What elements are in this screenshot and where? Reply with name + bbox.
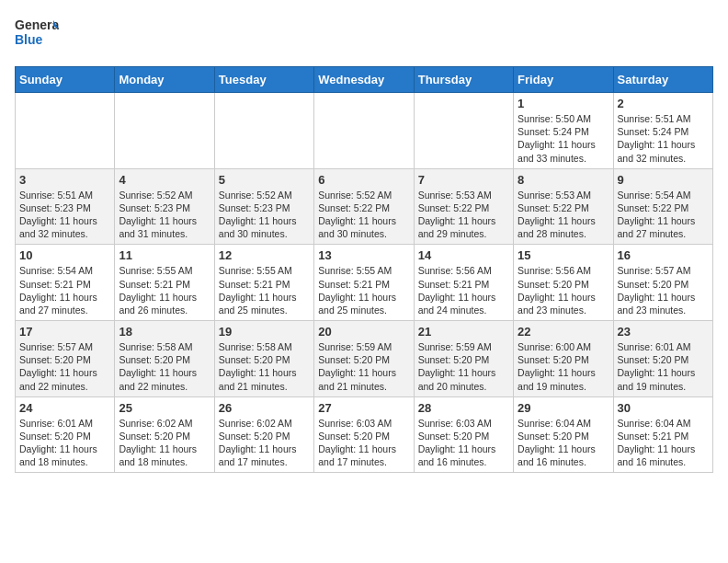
day-info: Sunrise: 6:00 AMSunset: 5:20 PMDaylight:… xyxy=(518,340,609,393)
day-info: Sunrise: 5:55 AMSunset: 5:21 PMDaylight:… xyxy=(119,264,210,316)
day-info: Sunrise: 6:04 AMSunset: 5:21 PMDaylight:… xyxy=(618,417,709,469)
calendar-cell xyxy=(314,93,414,169)
calendar-cell: 9Sunrise: 5:54 AMSunset: 5:22 PMDaylight… xyxy=(613,168,712,245)
calendar-cell xyxy=(414,93,513,169)
day-number: 16 xyxy=(618,248,709,262)
day-info: Sunrise: 5:52 AMSunset: 5:23 PMDaylight:… xyxy=(219,189,310,241)
calendar-cell: 19Sunrise: 5:58 AMSunset: 5:20 PMDayligh… xyxy=(214,321,313,397)
day-info: Sunrise: 6:03 AMSunset: 5:20 PMDaylight:… xyxy=(318,417,409,469)
calendar-cell: 5Sunrise: 5:52 AMSunset: 5:23 PMDaylight… xyxy=(214,168,313,245)
day-info: Sunrise: 5:54 AMSunset: 5:22 PMDaylight:… xyxy=(618,189,709,241)
day-number: 17 xyxy=(19,325,110,339)
calendar-cell: 7Sunrise: 5:53 AMSunset: 5:22 PMDaylight… xyxy=(414,168,513,245)
calendar-cell: 6Sunrise: 5:52 AMSunset: 5:22 PMDaylight… xyxy=(314,168,414,245)
day-number: 12 xyxy=(219,248,310,262)
day-info: Sunrise: 5:54 AMSunset: 5:21 PMDaylight:… xyxy=(19,264,110,316)
weekday-header-sunday: Sunday xyxy=(16,67,115,93)
calendar-cell: 29Sunrise: 6:04 AMSunset: 5:20 PMDayligh… xyxy=(514,396,613,473)
page-header: General Blue xyxy=(15,15,713,55)
day-info: Sunrise: 5:52 AMSunset: 5:22 PMDaylight:… xyxy=(318,189,409,241)
day-number: 19 xyxy=(219,325,310,339)
day-number: 27 xyxy=(318,401,409,415)
day-info: Sunrise: 5:51 AMSunset: 5:24 PMDaylight:… xyxy=(618,112,709,165)
day-info: Sunrise: 5:51 AMSunset: 5:23 PMDaylight:… xyxy=(19,189,110,241)
day-info: Sunrise: 5:59 AMSunset: 5:20 PMDaylight:… xyxy=(318,340,409,393)
day-number: 22 xyxy=(518,325,609,339)
day-number: 18 xyxy=(119,325,210,339)
calendar-cell: 28Sunrise: 6:03 AMSunset: 5:20 PMDayligh… xyxy=(414,396,513,473)
day-info: Sunrise: 5:56 AMSunset: 5:20 PMDaylight:… xyxy=(518,264,609,316)
day-number: 14 xyxy=(418,248,509,262)
calendar-cell xyxy=(214,93,313,169)
day-info: Sunrise: 5:58 AMSunset: 5:20 PMDaylight:… xyxy=(219,340,310,393)
day-number: 28 xyxy=(418,401,509,415)
logo-svg: General Blue xyxy=(15,15,59,55)
day-info: Sunrise: 6:01 AMSunset: 5:20 PMDaylight:… xyxy=(19,417,110,469)
calendar-cell: 24Sunrise: 6:01 AMSunset: 5:20 PMDayligh… xyxy=(16,396,115,473)
day-info: Sunrise: 5:59 AMSunset: 5:20 PMDaylight:… xyxy=(418,340,509,393)
day-number: 20 xyxy=(318,325,409,339)
calendar-cell: 22Sunrise: 6:00 AMSunset: 5:20 PMDayligh… xyxy=(514,321,613,397)
day-number: 6 xyxy=(318,173,409,187)
day-number: 7 xyxy=(418,173,509,187)
calendar-cell: 10Sunrise: 5:54 AMSunset: 5:21 PMDayligh… xyxy=(16,245,115,321)
calendar-cell: 1Sunrise: 5:50 AMSunset: 5:24 PMDaylight… xyxy=(514,93,613,169)
day-number: 13 xyxy=(318,248,409,262)
calendar-cell: 26Sunrise: 6:02 AMSunset: 5:20 PMDayligh… xyxy=(214,396,313,473)
day-number: 4 xyxy=(119,173,210,187)
day-number: 23 xyxy=(618,325,709,339)
calendar-cell: 23Sunrise: 6:01 AMSunset: 5:20 PMDayligh… xyxy=(613,321,712,397)
calendar-cell: 25Sunrise: 6:02 AMSunset: 5:20 PMDayligh… xyxy=(115,396,214,473)
day-number: 29 xyxy=(518,401,609,415)
calendar-cell: 30Sunrise: 6:04 AMSunset: 5:21 PMDayligh… xyxy=(613,396,712,473)
calendar-cell: 8Sunrise: 5:53 AMSunset: 5:22 PMDaylight… xyxy=(514,168,613,245)
day-number: 3 xyxy=(19,173,110,187)
day-info: Sunrise: 5:50 AMSunset: 5:24 PMDaylight:… xyxy=(518,112,609,165)
day-number: 24 xyxy=(19,401,110,415)
day-info: Sunrise: 6:02 AMSunset: 5:20 PMDaylight:… xyxy=(219,417,310,469)
day-number: 8 xyxy=(518,173,609,187)
calendar-cell: 15Sunrise: 5:56 AMSunset: 5:20 PMDayligh… xyxy=(514,245,613,321)
calendar-cell: 11Sunrise: 5:55 AMSunset: 5:21 PMDayligh… xyxy=(115,245,214,321)
svg-text:Blue: Blue xyxy=(15,32,43,47)
day-number: 21 xyxy=(418,325,509,339)
calendar-header: SundayMondayTuesdayWednesdayThursdayFrid… xyxy=(16,67,713,93)
day-info: Sunrise: 6:03 AMSunset: 5:20 PMDaylight:… xyxy=(418,417,509,469)
day-info: Sunrise: 5:53 AMSunset: 5:22 PMDaylight:… xyxy=(418,189,509,241)
calendar-cell: 4Sunrise: 5:52 AMSunset: 5:23 PMDaylight… xyxy=(115,168,214,245)
day-number: 10 xyxy=(19,248,110,262)
svg-text:General: General xyxy=(15,17,59,32)
calendar-cell: 27Sunrise: 6:03 AMSunset: 5:20 PMDayligh… xyxy=(314,396,414,473)
weekday-header-monday: Monday xyxy=(115,67,214,93)
day-number: 9 xyxy=(618,173,709,187)
day-info: Sunrise: 5:53 AMSunset: 5:22 PMDaylight:… xyxy=(518,189,609,241)
day-info: Sunrise: 5:55 AMSunset: 5:21 PMDaylight:… xyxy=(318,264,409,316)
logo: General Blue xyxy=(15,15,59,55)
day-info: Sunrise: 5:58 AMSunset: 5:20 PMDaylight:… xyxy=(119,340,210,393)
day-info: Sunrise: 5:57 AMSunset: 5:20 PMDaylight:… xyxy=(618,264,709,316)
calendar-cell: 13Sunrise: 5:55 AMSunset: 5:21 PMDayligh… xyxy=(314,245,414,321)
calendar-cell: 17Sunrise: 5:57 AMSunset: 5:20 PMDayligh… xyxy=(16,321,115,397)
day-number: 30 xyxy=(618,401,709,415)
day-info: Sunrise: 5:56 AMSunset: 5:21 PMDaylight:… xyxy=(418,264,509,316)
day-info: Sunrise: 6:04 AMSunset: 5:20 PMDaylight:… xyxy=(518,417,609,469)
calendar-cell: 12Sunrise: 5:55 AMSunset: 5:21 PMDayligh… xyxy=(214,245,313,321)
weekday-header-saturday: Saturday xyxy=(613,67,712,93)
calendar-cell: 3Sunrise: 5:51 AMSunset: 5:23 PMDaylight… xyxy=(16,168,115,245)
calendar-cell xyxy=(16,93,115,169)
calendar-cell: 20Sunrise: 5:59 AMSunset: 5:20 PMDayligh… xyxy=(314,321,414,397)
day-info: Sunrise: 5:52 AMSunset: 5:23 PMDaylight:… xyxy=(119,189,210,241)
day-number: 5 xyxy=(219,173,310,187)
day-info: Sunrise: 5:57 AMSunset: 5:20 PMDaylight:… xyxy=(19,340,110,393)
day-info: Sunrise: 5:55 AMSunset: 5:21 PMDaylight:… xyxy=(219,264,310,316)
day-number: 25 xyxy=(119,401,210,415)
day-info: Sunrise: 6:01 AMSunset: 5:20 PMDaylight:… xyxy=(618,340,709,393)
calendar-cell: 2Sunrise: 5:51 AMSunset: 5:24 PMDaylight… xyxy=(613,93,712,169)
calendar-cell: 16Sunrise: 5:57 AMSunset: 5:20 PMDayligh… xyxy=(613,245,712,321)
weekday-header-tuesday: Tuesday xyxy=(214,67,313,93)
day-number: 11 xyxy=(119,248,210,262)
weekday-header-thursday: Thursday xyxy=(414,67,513,93)
day-info: Sunrise: 6:02 AMSunset: 5:20 PMDaylight:… xyxy=(119,417,210,469)
weekday-header-friday: Friday xyxy=(514,67,613,93)
calendar-cell: 21Sunrise: 5:59 AMSunset: 5:20 PMDayligh… xyxy=(414,321,513,397)
